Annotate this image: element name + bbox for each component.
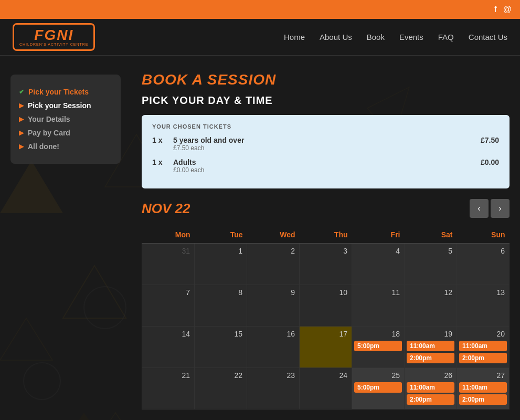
calendar-header-fri: Fri <box>352 226 405 244</box>
sidebar-step-0[interactable]: ✔Pick your Tickets <box>19 85 112 99</box>
session-button[interactable]: 5:00pm <box>354 382 402 393</box>
calendar-cell[interactable]: 1911:00am2:00pm <box>405 327 457 368</box>
calendar-cell: 2 <box>247 244 300 285</box>
next-month-button[interactable]: › <box>491 199 510 218</box>
session-button[interactable]: 5:00pm <box>354 341 402 351</box>
sidebar-step-label-1: Pick your Session <box>28 101 91 110</box>
ticket-row-1: 1 x Adults £0.00 each £0.00 <box>152 158 499 174</box>
logo[interactable]: FGNI CHILDREN'S ACTIVITY CENTRE <box>13 23 95 51</box>
ticket-info: Adults £0.00 each <box>173 158 481 174</box>
day-number: 7 <box>144 287 192 298</box>
svg-marker-10 <box>63 413 105 420</box>
calendar-header-wed: Wed <box>247 226 300 244</box>
facebook-icon[interactable]: f <box>494 5 496 14</box>
ticket-info: 5 years old and over £7.50 each <box>173 136 481 152</box>
session-button[interactable]: 2:00pm <box>407 394 454 405</box>
ticket-row-0: 1 x 5 years old and over £7.50 each £7.5… <box>152 136 499 152</box>
tickets-box-heading: Your Chosen Tickets <box>152 123 499 130</box>
nav-link-events[interactable]: Events <box>399 33 423 41</box>
day-number: 27 <box>459 370 507 381</box>
calendar-cell: 11 <box>352 285 405 327</box>
check-icon: ✔ <box>19 88 24 96</box>
calendar-cell[interactable]: 2711:00am2:00pm <box>457 368 510 410</box>
day-number: 19 <box>407 329 454 339</box>
day-number: 22 <box>197 370 245 381</box>
day-number: 14 <box>144 329 192 339</box>
sidebar-step-label-4: All done! <box>28 142 59 151</box>
prev-month-button[interactable]: ‹ <box>470 199 489 218</box>
calendar-cell[interactable]: 2011:00am2:00pm <box>457 327 510 368</box>
logo-subtitle: CHILDREN'S ACTIVITY CENTRE <box>19 43 88 46</box>
day-number: 24 <box>302 370 349 381</box>
calendar-cell: 24 <box>300 368 352 410</box>
day-number: 23 <box>249 370 297 381</box>
day-number: 20 <box>459 329 507 339</box>
main-content: ✔Pick your Tickets▶Pick your Session▶You… <box>0 56 520 420</box>
day-number: 10 <box>302 287 349 298</box>
calendar-cell: 8 <box>195 285 247 327</box>
instagram-icon[interactable]: @ <box>503 5 512 14</box>
calendar-cell: 15 <box>195 327 247 368</box>
calendar-cell: 17 <box>300 327 352 368</box>
calendar-week-3: 21222324255:00pm2611:00am2:00pm2711:00am… <box>142 368 510 410</box>
calendar-cell[interactable]: 2611:00am2:00pm <box>405 368 457 410</box>
calendar-cell: 1 <box>195 244 247 285</box>
calendar-cell[interactable]: 185:00pm <box>352 327 405 368</box>
day-number: 2 <box>249 246 297 256</box>
day-number: 31 <box>144 246 192 256</box>
day-number: 13 <box>459 287 507 298</box>
ticket-qty: 1 x <box>152 158 173 166</box>
calendar-header-mon: Mon <box>142 226 195 244</box>
calendar-header-sat: Sat <box>405 226 457 244</box>
calendar-cell: 31 <box>142 244 195 285</box>
day-number: 16 <box>249 329 297 339</box>
calendar-week-0: 31123456 <box>142 244 510 285</box>
session-button[interactable]: 11:00am <box>407 341 454 351</box>
session-button[interactable]: 11:00am <box>459 382 507 393</box>
ticket-price-each: £0.00 each <box>173 166 481 174</box>
session-button[interactable]: 2:00pm <box>459 394 507 405</box>
calendar-cell: 21 <box>142 368 195 410</box>
sidebar-step-1[interactable]: ▶Pick your Session <box>19 99 112 112</box>
calendar-cell: 23 <box>247 368 300 410</box>
nav-link-contact-us[interactable]: Contact Us <box>469 33 507 41</box>
day-number: 8 <box>197 287 245 298</box>
sidebar-step-2: ▶Your Details <box>19 112 112 126</box>
arrow-icon: ▶ <box>19 102 24 109</box>
session-button[interactable]: 2:00pm <box>459 353 507 363</box>
calendar-cell: 6 <box>457 244 510 285</box>
nav-link-book[interactable]: Book <box>367 33 385 41</box>
svg-marker-1 <box>63 266 126 318</box>
ticket-name: 5 years old and over <box>173 136 481 144</box>
nav-link-faq[interactable]: FAQ <box>438 33 454 41</box>
header: FGNI CHILDREN'S ACTIVITY CENTRE HomeAbou… <box>0 19 520 56</box>
sidebar-step-label-3: Pay by Card <box>28 129 70 137</box>
day-number: 4 <box>354 246 402 256</box>
day-number: 25 <box>354 370 402 381</box>
nav-link-about-us[interactable]: About Us <box>320 33 352 41</box>
day-number: 11 <box>354 287 402 298</box>
calendar-cell: 3 <box>300 244 352 285</box>
session-button[interactable]: 11:00am <box>459 341 507 351</box>
arrow-icon: ▶ <box>19 116 24 123</box>
calendar: MonTueWedThuFriSatSun3112345678910111213… <box>142 226 510 410</box>
calendar-cell: 14 <box>142 327 195 368</box>
day-number: 6 <box>459 246 507 256</box>
page-title: Book a Session <box>142 71 510 88</box>
month-nav: Nov 22 ‹ › <box>142 199 510 218</box>
calendar-cell: 4 <box>352 244 405 285</box>
month-label: Nov 22 <box>142 201 190 217</box>
calendar-cell: 22 <box>195 368 247 410</box>
sidebar: ✔Pick your Tickets▶Pick your Session▶You… <box>10 75 121 164</box>
svg-marker-0 <box>0 161 63 213</box>
ticket-total: £7.50 <box>481 136 499 144</box>
ticket-name: Adults <box>173 158 481 166</box>
nav-link-home[interactable]: Home <box>284 33 305 41</box>
session-button[interactable]: 11:00am <box>407 382 454 393</box>
svg-marker-6 <box>0 318 52 360</box>
calendar-header-thu: Thu <box>300 226 352 244</box>
calendar-cell[interactable]: 255:00pm <box>352 368 405 410</box>
section-title: Pick your Day & Time <box>142 94 510 107</box>
session-button[interactable]: 2:00pm <box>407 353 454 363</box>
svg-point-7 <box>84 287 126 329</box>
